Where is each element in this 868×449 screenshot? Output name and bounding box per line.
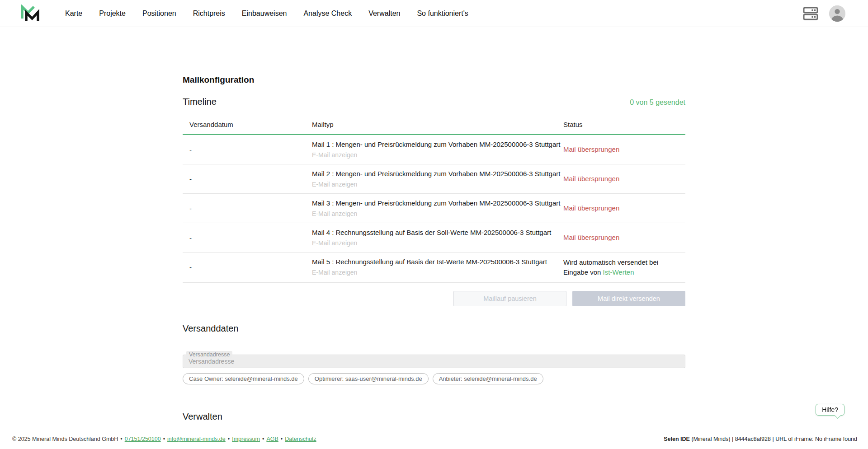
- footer-env-info: Selen IDE (Mineral Minds) | 8444ac8af928…: [664, 436, 857, 442]
- nav-item-richtpreis[interactable]: Richtpreis: [193, 9, 225, 18]
- cell-versanddatum: -: [183, 146, 312, 154]
- contact-chip: Case Owner: selenide@mineral-minds.de: [183, 373, 304, 384]
- cell-versanddatum: -: [183, 234, 312, 242]
- column-versanddatum: Versanddatum: [183, 121, 312, 128]
- footer-link[interactable]: Impressum: [232, 436, 260, 442]
- nav-item-karte[interactable]: Karte: [65, 9, 82, 18]
- cell-status: Mail übersprungen: [563, 145, 685, 154]
- table-row: -Mail 3 : Mengen- und Preisrückmeldung z…: [183, 194, 685, 223]
- table-row: -Mail 5 : Rechnungsstellung auf Basis de…: [183, 253, 685, 283]
- cell-status: Mail übersprungen: [563, 203, 685, 213]
- user-avatar-icon[interactable]: [829, 5, 845, 22]
- mail-timeline-table: Versanddatum Mailtyp Status -Mail 1 : Me…: [183, 121, 685, 283]
- app-header: KarteProjektePositionenRichtpreisEinbauw…: [0, 0, 868, 27]
- column-mailtyp: Mailtyp: [312, 121, 563, 128]
- table-row: -Mail 1 : Mengen- und Preisrückmeldung z…: [183, 135, 685, 164]
- verwalten-title: Verwalten: [183, 412, 685, 422]
- mail-title: Mail 3 : Mengen- und Preisrückmeldung zu…: [312, 199, 563, 207]
- nav-item-projekte[interactable]: Projekte: [99, 9, 126, 18]
- contact-chip: Anbieter: selenide@mineral-minds.de: [433, 373, 543, 384]
- footer-env-name: Selen IDE: [664, 436, 690, 442]
- timeline-title: Timeline: [183, 97, 217, 107]
- cell-versanddatum: -: [183, 175, 312, 183]
- footer-link[interactable]: info@mineral-minds.de: [167, 436, 226, 442]
- mail-title: Mail 4 : Rechnungsstellung auf Basis der…: [312, 229, 563, 236]
- show-email-link[interactable]: E-Mail anzeigen: [312, 151, 357, 159]
- mail-title: Mail 2 : Mengen- und Preisrückmeldung zu…: [312, 170, 563, 178]
- cell-mailtyp: Mail 5 : Rechnungsstellung auf Basis der…: [312, 258, 563, 276]
- nav-item-so-funktioniert-s[interactable]: So funktioniert's: [417, 9, 468, 18]
- footer-link[interactable]: 07151/250100: [125, 436, 161, 442]
- mail-title: Mail 1 : Mengen- und Preisrückmeldung zu…: [312, 140, 563, 148]
- contact-chips: Case Owner: selenide@mineral-minds.deOpt…: [183, 373, 685, 384]
- server-rack-icon[interactable]: [803, 7, 818, 20]
- show-email-link[interactable]: E-Mail anzeigen: [312, 181, 357, 188]
- main-nav: KarteProjektePositionenRichtpreisEinbauw…: [65, 9, 468, 18]
- nav-item-einbauweisen[interactable]: Einbauweisen: [242, 9, 287, 18]
- sent-counter: 0 von 5 gesendet: [630, 98, 685, 107]
- status-text: Mail übersprungen: [563, 234, 619, 241]
- nav-item-verwalten[interactable]: Verwalten: [368, 9, 400, 18]
- footer-separator: •: [262, 436, 264, 442]
- footer-copyright: © 2025 Mineral Minds Deutschland GmbH: [12, 436, 118, 442]
- footer-separator: •: [228, 436, 230, 442]
- cell-mailtyp: Mail 3 : Mengen- und Preisrückmeldung zu…: [312, 199, 563, 218]
- header-right: [803, 5, 845, 22]
- footer-legal: © 2025 Mineral Minds Deutschland GmbH•07…: [12, 436, 316, 442]
- cell-status: Wird automatisch versendet bei Eingabe v…: [563, 257, 685, 277]
- cell-status: Mail übersprungen: [563, 233, 685, 243]
- help-button[interactable]: Hilfe?: [816, 404, 844, 416]
- cell-mailtyp: Mail 2 : Mengen- und Preisrückmeldung zu…: [312, 170, 563, 188]
- contact-chip: Optimierer: saas-user@mineral-minds.de: [308, 373, 429, 384]
- nav-item-positionen[interactable]: Positionen: [142, 9, 176, 18]
- mineral-minds-logo[interactable]: [20, 5, 40, 23]
- status-text: Mail übersprungen: [563, 204, 619, 212]
- cell-versanddatum: -: [183, 263, 312, 271]
- column-status: Status: [563, 121, 685, 128]
- cell-status: Mail übersprungen: [563, 174, 685, 184]
- versandadresse-field-label: Versandadresse: [186, 351, 232, 359]
- send-mail-direct-button[interactable]: Mail direkt versenden: [572, 291, 685, 306]
- versandadresse-field[interactable]: Versandadresse Versandadresse: [183, 355, 685, 368]
- footer-separator: •: [163, 436, 165, 442]
- cell-versanddatum: -: [183, 205, 312, 212]
- table-row: -Mail 4 : Rechnungsstellung auf Basis de…: [183, 223, 685, 253]
- footer-separator: •: [281, 436, 283, 442]
- cell-mailtyp: Mail 4 : Rechnungsstellung auf Basis der…: [312, 229, 563, 247]
- nav-item-analyse-check[interactable]: Analyse Check: [303, 9, 352, 18]
- page-title: Mailkonfiguration: [183, 75, 685, 85]
- status-text: Mail übersprungen: [563, 175, 619, 182]
- table-row: -Mail 2 : Mengen- und Preisrückmeldung z…: [183, 164, 685, 194]
- show-email-link[interactable]: E-Mail anzeigen: [312, 210, 357, 217]
- versanddaten-title: Versanddaten: [183, 323, 685, 334]
- mail-title: Mail 5 : Rechnungsstellung auf Basis der…: [312, 258, 563, 266]
- app-footer: © 2025 Mineral Minds Deutschland GmbH•07…: [0, 429, 868, 449]
- footer-separator: •: [120, 436, 122, 442]
- page-body: Mailkonfiguration Timeline 0 von 5 gesen…: [0, 27, 868, 449]
- ist-werte-link[interactable]: Ist-Werten: [603, 268, 634, 276]
- table-header-row: Versanddatum Mailtyp Status: [183, 121, 685, 135]
- cell-mailtyp: Mail 1 : Mengen- und Preisrückmeldung zu…: [312, 140, 563, 159]
- status-text: Mail übersprungen: [563, 145, 619, 153]
- footer-link[interactable]: AGB: [266, 436, 278, 442]
- footer-link[interactable]: Datenschutz: [285, 436, 316, 442]
- versandadresse-placeholder: Versandadresse: [189, 358, 234, 365]
- footer-env-details: (Mineral Minds) | 8444ac8af928 | URL of …: [690, 436, 857, 442]
- pause-mailrun-button[interactable]: Maillauf pausieren: [453, 291, 566, 306]
- show-email-link[interactable]: E-Mail anzeigen: [312, 239, 357, 247]
- show-email-link[interactable]: E-Mail anzeigen: [312, 269, 357, 276]
